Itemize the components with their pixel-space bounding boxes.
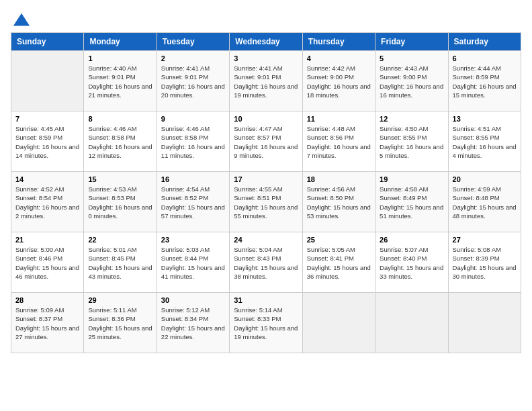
day-number: 23 (161, 236, 225, 244)
day-info: Sunrise: 4:45 AMSunset: 8:59 PMDaylight:… (15, 124, 79, 160)
day-info: Sunrise: 5:08 AMSunset: 8:39 PMDaylight:… (453, 245, 517, 281)
calendar-cell (11, 51, 84, 111)
day-info: Sunrise: 4:56 AMSunset: 8:50 PMDaylight:… (307, 185, 371, 220)
calendar-week-5: 28Sunrise: 5:09 AMSunset: 8:37 PMDayligh… (11, 293, 521, 353)
day-number: 11 (307, 115, 371, 123)
calendar-week-3: 14Sunrise: 4:52 AMSunset: 8:54 PMDayligh… (11, 172, 521, 232)
calendar-cell: 24Sunrise: 5:04 AMSunset: 8:43 PMDayligh… (230, 232, 302, 293)
header-monday: Monday (84, 33, 157, 51)
day-number: 19 (380, 175, 443, 183)
day-info: Sunrise: 4:50 AMSunset: 8:55 PMDaylight:… (380, 124, 443, 160)
day-number: 26 (380, 236, 443, 244)
day-info: Sunrise: 5:11 AMSunset: 8:36 PMDaylight:… (88, 306, 152, 341)
day-info: Sunrise: 5:00 AMSunset: 8:46 PMDaylight:… (15, 245, 79, 281)
calendar-cell: 21Sunrise: 5:00 AMSunset: 8:46 PMDayligh… (11, 232, 84, 293)
day-number: 2 (161, 54, 225, 62)
day-number: 4 (307, 54, 371, 62)
calendar-week-2: 7Sunrise: 4:45 AMSunset: 8:59 PMDaylight… (11, 111, 521, 172)
day-info: Sunrise: 4:46 AMSunset: 8:58 PMDaylight:… (161, 124, 225, 160)
calendar-header-row: SundayMondayTuesdayWednesdayThursdayFrid… (11, 33, 521, 51)
calendar-cell: 28Sunrise: 5:09 AMSunset: 8:37 PMDayligh… (11, 293, 84, 353)
day-info: Sunrise: 4:47 AMSunset: 8:57 PMDaylight:… (234, 124, 298, 160)
calendar-cell: 22Sunrise: 5:01 AMSunset: 8:45 PMDayligh… (84, 232, 157, 293)
logo (11, 11, 31, 30)
calendar-week-4: 21Sunrise: 5:00 AMSunset: 8:46 PMDayligh… (11, 232, 521, 293)
calendar-cell: 7Sunrise: 4:45 AMSunset: 8:59 PMDaylight… (11, 111, 84, 172)
calendar-cell: 1Sunrise: 4:40 AMSunset: 9:01 PMDaylight… (84, 51, 157, 111)
day-info: Sunrise: 5:03 AMSunset: 8:44 PMDaylight:… (161, 245, 225, 281)
day-number: 31 (234, 296, 298, 304)
calendar-cell: 12Sunrise: 4:50 AMSunset: 8:55 PMDayligh… (375, 111, 448, 172)
day-number: 25 (307, 236, 371, 244)
calendar-body: 1Sunrise: 4:40 AMSunset: 9:01 PMDaylight… (11, 51, 521, 353)
calendar-cell: 11Sunrise: 4:48 AMSunset: 8:56 PMDayligh… (302, 111, 375, 172)
calendar-cell: 25Sunrise: 5:05 AMSunset: 8:41 PMDayligh… (302, 232, 375, 293)
header-friday: Friday (375, 33, 448, 51)
day-number: 22 (88, 236, 152, 244)
calendar-table: SundayMondayTuesdayWednesdayThursdayFrid… (11, 32, 521, 353)
header-sunday: Sunday (11, 33, 84, 51)
calendar-cell: 9Sunrise: 4:46 AMSunset: 8:58 PMDaylight… (157, 111, 229, 172)
day-info: Sunrise: 5:05 AMSunset: 8:41 PMDaylight:… (307, 245, 371, 281)
calendar-cell: 5Sunrise: 4:43 AMSunset: 9:00 PMDaylight… (375, 51, 448, 111)
day-number: 30 (161, 296, 225, 304)
day-number: 17 (234, 175, 298, 183)
calendar-cell: 13Sunrise: 4:51 AMSunset: 8:55 PMDayligh… (448, 111, 521, 172)
day-info: Sunrise: 5:04 AMSunset: 8:43 PMDaylight:… (234, 245, 298, 281)
day-number: 27 (453, 236, 517, 244)
calendar-cell: 29Sunrise: 5:11 AMSunset: 8:36 PMDayligh… (84, 293, 157, 353)
calendar-cell: 10Sunrise: 4:47 AMSunset: 8:57 PMDayligh… (230, 111, 302, 172)
day-info: Sunrise: 4:54 AMSunset: 8:52 PMDaylight:… (161, 185, 225, 220)
calendar-cell: 2Sunrise: 4:41 AMSunset: 9:01 PMDaylight… (157, 51, 229, 111)
day-number: 6 (453, 54, 517, 62)
header-saturday: Saturday (448, 33, 521, 51)
calendar-cell: 14Sunrise: 4:52 AMSunset: 8:54 PMDayligh… (11, 172, 84, 232)
day-info: Sunrise: 4:55 AMSunset: 8:51 PMDaylight:… (234, 185, 298, 220)
logo-text (11, 11, 31, 30)
day-number: 15 (88, 175, 152, 183)
day-number: 12 (380, 115, 443, 123)
day-info: Sunrise: 4:41 AMSunset: 9:01 PMDaylight:… (161, 64, 225, 99)
day-number: 7 (15, 115, 79, 123)
day-info: Sunrise: 4:58 AMSunset: 8:49 PMDaylight:… (380, 185, 443, 220)
day-number: 18 (307, 175, 371, 183)
day-info: Sunrise: 4:46 AMSunset: 8:58 PMDaylight:… (88, 124, 152, 160)
day-number: 13 (453, 115, 517, 123)
day-info: Sunrise: 5:14 AMSunset: 8:33 PMDaylight:… (234, 306, 298, 341)
logo-general (11, 11, 31, 30)
day-info: Sunrise: 4:42 AMSunset: 9:00 PMDaylight:… (307, 64, 371, 99)
day-number: 14 (15, 175, 79, 183)
day-info: Sunrise: 4:40 AMSunset: 9:01 PMDaylight:… (88, 64, 152, 99)
calendar-cell: 15Sunrise: 4:53 AMSunset: 8:53 PMDayligh… (84, 172, 157, 232)
day-number: 5 (380, 54, 443, 62)
day-info: Sunrise: 4:51 AMSunset: 8:55 PMDaylight:… (453, 124, 517, 160)
header-wednesday: Wednesday (230, 33, 302, 51)
calendar-week-1: 1Sunrise: 4:40 AMSunset: 9:01 PMDaylight… (11, 51, 521, 111)
calendar-cell: 3Sunrise: 4:41 AMSunset: 9:01 PMDaylight… (230, 51, 302, 111)
day-info: Sunrise: 5:01 AMSunset: 8:45 PMDaylight:… (88, 245, 152, 281)
day-number: 21 (15, 236, 79, 244)
day-info: Sunrise: 4:44 AMSunset: 8:59 PMDaylight:… (453, 64, 517, 99)
calendar-cell: 8Sunrise: 4:46 AMSunset: 8:58 PMDaylight… (84, 111, 157, 172)
svg-marker-0 (13, 13, 30, 26)
calendar-cell: 17Sunrise: 4:55 AMSunset: 8:51 PMDayligh… (230, 172, 302, 232)
day-info: Sunrise: 5:07 AMSunset: 8:40 PMDaylight:… (380, 245, 443, 281)
calendar-cell (448, 293, 521, 353)
day-info: Sunrise: 4:52 AMSunset: 8:54 PMDaylight:… (15, 185, 79, 220)
day-info: Sunrise: 4:43 AMSunset: 9:00 PMDaylight:… (380, 64, 443, 99)
calendar-cell: 31Sunrise: 5:14 AMSunset: 8:33 PMDayligh… (230, 293, 302, 353)
day-number: 28 (15, 296, 79, 304)
day-number: 9 (161, 115, 225, 123)
day-number: 8 (88, 115, 152, 123)
day-number: 3 (234, 54, 298, 62)
day-number: 16 (161, 175, 225, 183)
header-tuesday: Tuesday (157, 33, 229, 51)
calendar-cell: 30Sunrise: 5:12 AMSunset: 8:34 PMDayligh… (157, 293, 229, 353)
calendar-cell: 26Sunrise: 5:07 AMSunset: 8:40 PMDayligh… (375, 232, 448, 293)
calendar-cell: 4Sunrise: 4:42 AMSunset: 9:00 PMDaylight… (302, 51, 375, 111)
day-info: Sunrise: 5:09 AMSunset: 8:37 PMDaylight:… (15, 306, 79, 341)
day-info: Sunrise: 4:53 AMSunset: 8:53 PMDaylight:… (88, 185, 152, 220)
calendar-cell (375, 293, 448, 353)
calendar-cell: 20Sunrise: 4:59 AMSunset: 8:48 PMDayligh… (448, 172, 521, 232)
day-number: 20 (453, 175, 517, 183)
